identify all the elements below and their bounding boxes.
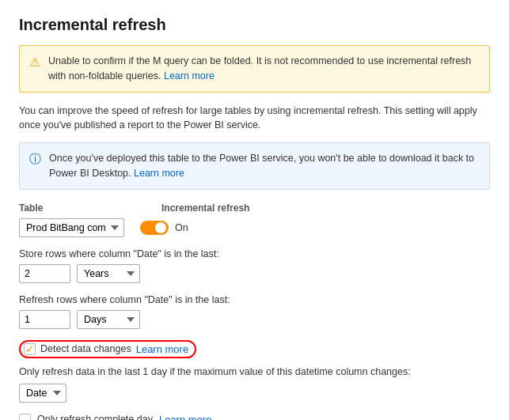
toggle-on-label: On — [175, 222, 188, 233]
refresh-rows-unit-select[interactable]: Days Months Years — [77, 310, 140, 329]
info-box-text: Once you've deployed this table to the P… — [49, 151, 480, 181]
warning-icon: ⚠ — [29, 55, 40, 70]
refresh-rows-input-row: Days Months Years — [19, 310, 490, 329]
store-rows-num-input[interactable] — [19, 264, 70, 283]
table-header-row: Table Incremental refresh — [19, 202, 490, 214]
date-column-select[interactable]: Date — [19, 384, 66, 403]
incremental-refresh-toggle[interactable] — [140, 221, 169, 235]
store-rows-input-row: Years Months Days — [19, 264, 490, 283]
only-complete-day-checkbox[interactable] — [19, 414, 31, 421]
warning-learn-more-link[interactable]: Learn more — [164, 70, 215, 81]
warning-text: Unable to confirm if the M query can be … — [48, 54, 480, 84]
table-controls-row: Prod BitBang com On — [19, 218, 490, 237]
incremental-refresh-column-label: Incremental refresh — [161, 202, 249, 214]
warning-box: ⚠ Unable to confirm if the M query can b… — [19, 45, 490, 93]
store-rows-label: Store rows where column "Date" is in the… — [19, 248, 490, 259]
table-select[interactable]: Prod BitBang com — [19, 218, 124, 237]
info-learn-more-link[interactable]: Learn more — [134, 168, 184, 179]
date-column-row: Date — [19, 384, 490, 403]
table-column-label: Table — [19, 202, 114, 214]
toggle-row: On — [140, 221, 188, 235]
refresh-rows-num-input[interactable] — [19, 310, 70, 329]
refresh-rows-label: Refresh rows where column "Date" is in t… — [19, 294, 490, 305]
detect-changes-learn-more-link[interactable]: Learn more — [136, 343, 188, 355]
detect-changes-label: Detect data changes — [40, 343, 131, 354]
info-box: ⓘ Once you've deployed this table to the… — [19, 142, 490, 190]
checkmark-icon: ✓ — [25, 343, 35, 354]
store-rows-unit-select[interactable]: Years Months Days — [77, 264, 140, 283]
only-refresh-text: Only refresh data in the last 1 day if t… — [19, 366, 490, 377]
page-title: Incremental refresh — [19, 16, 490, 34]
detect-changes-row: ✓ Detect data changes Learn more — [19, 340, 490, 358]
detect-changes-inner: ✓ Detect data changes Learn more — [19, 340, 196, 358]
description-text: You can improve the speed of refresh for… — [19, 104, 490, 134]
only-complete-day-label: Only refresh complete day — [37, 414, 153, 420]
info-icon: ⓘ — [29, 152, 41, 167]
only-complete-day-learn-more-link[interactable]: Learn more — [159, 414, 211, 421]
only-complete-day-row: Only refresh complete day Learn more — [19, 414, 490, 421]
detect-changes-checkbox[interactable]: ✓ — [24, 343, 36, 355]
